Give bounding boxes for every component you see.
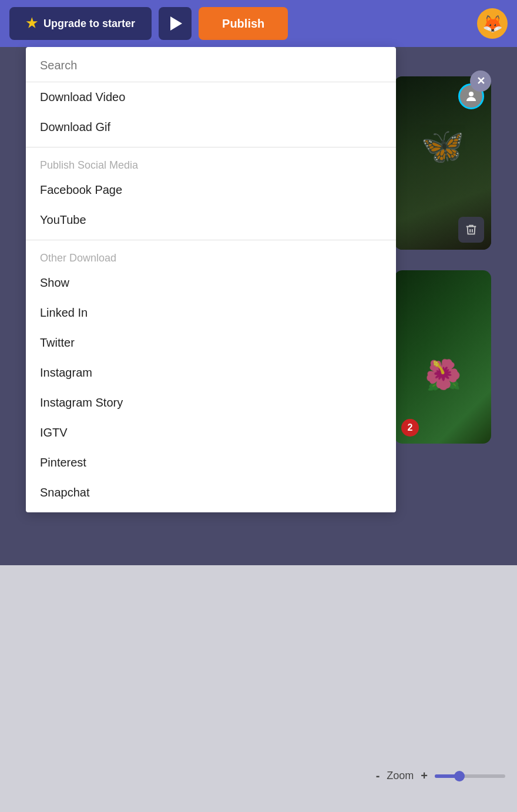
- divider-1: [26, 147, 396, 147]
- menu-item-download-gif[interactable]: Download Gif: [26, 112, 396, 142]
- image-card-1: 🦋: [394, 76, 491, 250]
- menu-item-download-video[interactable]: Download Video: [26, 82, 396, 112]
- zoom-slider-track[interactable]: [435, 774, 505, 778]
- bottom-area: - Zoom +: [0, 565, 517, 812]
- zoom-slider-thumb[interactable]: [454, 771, 465, 781]
- play-icon: [170, 16, 182, 31]
- menu-item-show[interactable]: Show: [26, 268, 396, 298]
- zoom-control: - Zoom +: [376, 769, 505, 783]
- menu-item-youtube[interactable]: YouTube: [26, 205, 396, 235]
- search-input[interactable]: [40, 59, 382, 77]
- divider-2: [26, 240, 396, 240]
- close-icon: ✕: [476, 75, 485, 88]
- menu-item-snapchat[interactable]: Snapchat: [26, 478, 396, 508]
- zoom-minus-button[interactable]: -: [376, 769, 380, 783]
- main-content: Download Video Download Gif Publish Soci…: [0, 47, 517, 812]
- section-social-label: Publish Social Media: [26, 152, 396, 175]
- play-button[interactable]: [159, 7, 192, 40]
- header-bar: ★ Upgrade to starter Publish 🦊: [0, 0, 517, 47]
- zoom-label: Zoom: [387, 770, 414, 782]
- menu-item-instagram[interactable]: Instagram: [26, 358, 396, 388]
- publish-button[interactable]: Publish: [199, 7, 288, 40]
- menu-item-pinterest[interactable]: Pinterest: [26, 448, 396, 478]
- dropdown-menu: Download Video Download Gif Publish Soci…: [26, 47, 396, 512]
- menu-item-facebook[interactable]: Facebook Page: [26, 175, 396, 205]
- menu-item-linkedin[interactable]: Linked In: [26, 298, 396, 328]
- image-card-2: 🌺 2: [394, 270, 491, 444]
- badge-2: 2: [401, 419, 419, 437]
- avatar-icon: 🦊: [477, 8, 508, 39]
- menu-item-igtv[interactable]: IGTV: [26, 418, 396, 448]
- svg-point-0: [469, 92, 474, 96]
- close-button[interactable]: ✕: [470, 71, 491, 92]
- trash-button-1[interactable]: [458, 217, 484, 243]
- menu-item-instagram-story[interactable]: Instagram Story: [26, 388, 396, 418]
- section-other-label: Other Download: [26, 245, 396, 268]
- zoom-plus-button[interactable]: +: [421, 769, 428, 783]
- star-icon: ★: [26, 16, 38, 31]
- upgrade-label: Upgrade to starter: [43, 18, 135, 30]
- search-container: [26, 52, 396, 82]
- avatar[interactable]: 🦊: [477, 8, 508, 39]
- menu-item-twitter[interactable]: Twitter: [26, 328, 396, 358]
- upgrade-button[interactable]: ★ Upgrade to starter: [9, 7, 152, 40]
